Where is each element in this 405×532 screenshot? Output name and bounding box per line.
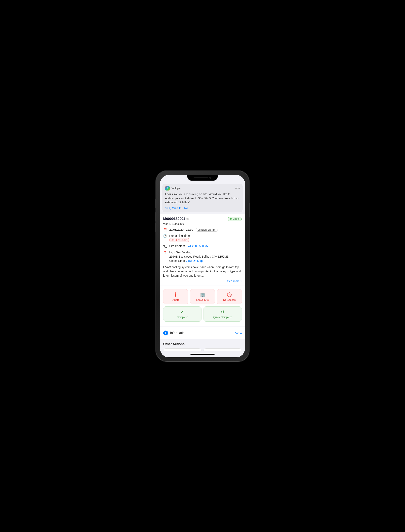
notification-app: J Joblogic bbox=[165, 186, 181, 191]
date-text: 20/08/2020 - 16:30 bbox=[169, 228, 193, 231]
no-access-label: No Access bbox=[223, 298, 236, 301]
no-access-button[interactable]: 🚫 No Access bbox=[217, 289, 242, 304]
visit-notes-button[interactable]: 📋 Visit Notes bbox=[163, 348, 202, 351]
information-left: i Information bbox=[163, 331, 186, 335]
phone-frame: J Joblogic now Looks like you are arrivi… bbox=[156, 171, 249, 361]
chevron-down-icon: ▾ bbox=[240, 279, 242, 283]
location-icon: 📍 bbox=[163, 250, 167, 254]
onsite-badge: Onsite bbox=[228, 217, 242, 221]
complete-label: Complete bbox=[177, 316, 188, 318]
clock-icon: 🕐 bbox=[163, 234, 167, 238]
date-content: 20/08/2020 - 16:30 Duration: 1h 45m bbox=[169, 228, 242, 232]
address-content: High Sky Building 266AB Scotswood Road, … bbox=[169, 250, 242, 263]
abort-label: Abort bbox=[173, 298, 179, 301]
notch bbox=[187, 175, 218, 180]
leave-site-button[interactable]: 🏢 Leave Site bbox=[190, 289, 215, 304]
remaining-value: 0d -23h -56m bbox=[169, 238, 189, 242]
visit-id-label: Visit ID bbox=[163, 222, 171, 225]
address-line2: 266AB Scotswood Road, Solihud City, L352… bbox=[169, 255, 242, 259]
phone-screen: J Joblogic now Looks like you are arrivi… bbox=[160, 175, 245, 357]
information-section: i Information View bbox=[160, 327, 245, 339]
site-contact-label: Site Contact: bbox=[169, 244, 185, 248]
yes-onsite-button[interactable]: Yes, On-site bbox=[165, 206, 182, 210]
notification-banner: J Joblogic now Looks like you are arrivi… bbox=[162, 184, 243, 212]
job-id: M0000682001 bbox=[163, 217, 185, 221]
notification-time: now bbox=[235, 187, 240, 190]
contact-row: 📞 Site Contact: +44 200 3560 750 bbox=[163, 244, 242, 248]
joblogic-icon: J bbox=[165, 186, 170, 191]
action-row-top: ❗ Abort 🏢 Leave Site 🚫 No Access bbox=[163, 289, 242, 304]
calendar-icon: 📅 bbox=[163, 228, 167, 232]
other-actions-section: Other Actions 📋 Visit Notes 🗒 Site Notes bbox=[160, 339, 245, 351]
camera-dot bbox=[209, 177, 211, 179]
address-line3: United State bbox=[169, 259, 186, 263]
quick-complete-icon: ↺ bbox=[221, 310, 224, 314]
site-notes-button[interactable]: 🗒 Site Notes bbox=[203, 348, 242, 351]
screen-content: J Joblogic now Looks like you are arrivi… bbox=[160, 175, 245, 351]
home-bar bbox=[190, 354, 215, 355]
address-row: 📍 High Sky Building 266AB Scotswood Road… bbox=[163, 250, 242, 263]
contact-content: Site Contact: +44 200 3560 750 bbox=[169, 244, 242, 248]
leave-site-icon: 🏢 bbox=[200, 292, 205, 297]
notification-actions: Yes, On-site No bbox=[165, 206, 240, 210]
phone-link[interactable]: +44 200 3560 750 bbox=[187, 244, 209, 248]
action-row-bottom: ✔ Complete ↺ Quick Complete bbox=[163, 306, 242, 322]
abort-button[interactable]: ❗ Abort bbox=[163, 289, 188, 304]
other-actions-row: 📋 Visit Notes 🗒 Site Notes bbox=[163, 348, 242, 351]
view-on-map-link[interactable]: View On Map bbox=[186, 259, 203, 263]
quick-complete-button[interactable]: ↺ Quick Complete bbox=[203, 306, 242, 322]
phone-icon: 📞 bbox=[163, 244, 167, 248]
onsite-label: Onsite bbox=[232, 217, 240, 220]
duration-badge: Duration: 1h 45m bbox=[196, 228, 218, 232]
notification-header: J Joblogic now bbox=[165, 186, 240, 191]
complete-button[interactable]: ✔ Complete bbox=[163, 306, 202, 322]
onsite-dot bbox=[230, 218, 232, 220]
information-view-button[interactable]: View bbox=[235, 331, 242, 335]
job-id-row: M0000682001 ⧉ bbox=[163, 217, 189, 221]
notification-message: Looks like you are arriving on site. Wou… bbox=[165, 192, 240, 205]
no-button[interactable]: No bbox=[184, 206, 188, 210]
quick-complete-label: Quick Complete bbox=[213, 316, 232, 318]
notch-pill bbox=[194, 177, 208, 178]
no-access-icon: 🚫 bbox=[227, 292, 232, 297]
complete-icon: ✔ bbox=[181, 310, 184, 314]
remaining-content: Remaining Time 0d -23h -56m bbox=[169, 234, 242, 242]
copy-icon[interactable]: ⧉ bbox=[187, 217, 189, 221]
visit-id-row: Visit ID 10026400 bbox=[163, 222, 242, 225]
app-name: Joblogic bbox=[171, 187, 181, 190]
remaining-label: Remaining Time bbox=[169, 234, 190, 237]
see-more-button[interactable]: See more ▾ bbox=[163, 279, 242, 283]
action-section: ❗ Abort 🏢 Leave Site 🚫 No Access ✔ bbox=[160, 286, 245, 326]
description-text: HVAC cooling systems have issue when use… bbox=[163, 265, 242, 278]
address-line1: High Sky Building bbox=[169, 250, 242, 255]
date-row: 📅 20/08/2020 - 16:30 Duration: 1h 45m bbox=[163, 228, 242, 232]
information-label: Information bbox=[170, 331, 186, 335]
abort-icon: ❗ bbox=[173, 292, 178, 297]
job-header: M0000682001 ⧉ Onsite bbox=[163, 217, 242, 221]
home-indicator bbox=[160, 351, 245, 357]
remaining-row: 🕐 Remaining Time 0d -23h -56m bbox=[163, 234, 242, 242]
job-card: M0000682001 ⧉ Onsite Visit ID 10026400 📅 bbox=[160, 214, 245, 286]
information-icon: i bbox=[163, 331, 168, 335]
visit-id-value: 10026400 bbox=[172, 222, 184, 225]
leave-site-label: Leave Site bbox=[196, 298, 209, 301]
other-actions-title: Other Actions bbox=[163, 342, 242, 346]
